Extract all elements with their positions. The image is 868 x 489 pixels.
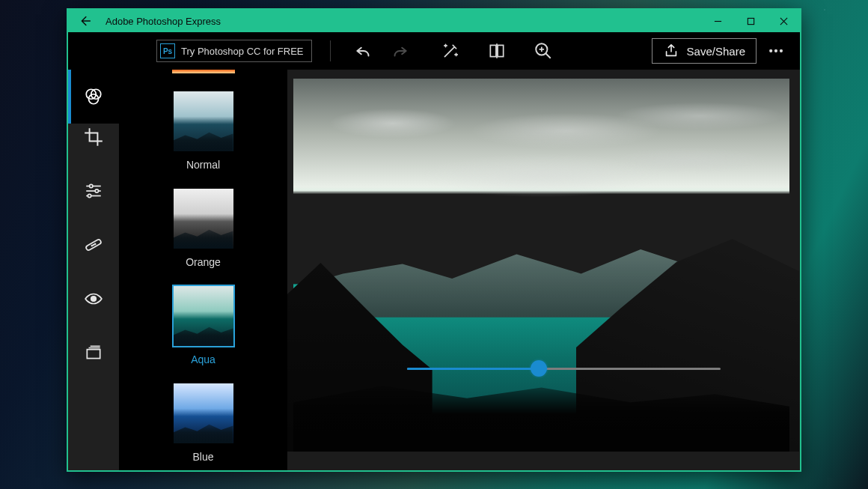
more-button[interactable]: ••• [762, 45, 791, 57]
photoshop-badge-icon: Ps [160, 43, 175, 58]
crop-icon [84, 127, 103, 147]
promo-button[interactable]: Ps Try Photoshop CC for FREE [156, 40, 312, 62]
magic-wand-icon [441, 41, 460, 61]
filter-thumb [174, 286, 233, 346]
zoom-in-icon [534, 41, 553, 61]
filter-item-orange[interactable]: Orange [174, 189, 233, 268]
edited-photo[interactable] [293, 79, 789, 452]
close-button[interactable] [767, 10, 800, 32]
filter-label: Aqua [174, 353, 233, 365]
close-icon [780, 17, 788, 25]
undo-button[interactable] [346, 32, 382, 70]
svg-point-19 [91, 245, 93, 246]
filter-item-normal[interactable]: Normal [174, 91, 233, 171]
filter-label: Blue [174, 451, 233, 463]
svg-rect-23 [87, 350, 100, 359]
intensity-slider[interactable] [407, 357, 721, 380]
redo-button[interactable] [382, 32, 418, 70]
svg-rect-1 [748, 18, 754, 24]
svg-point-13 [90, 184, 93, 187]
frames-icon [84, 343, 103, 362]
compare-icon [487, 41, 507, 61]
tool-rail [68, 70, 119, 470]
eye-icon [84, 289, 103, 309]
filter-label: Normal [174, 159, 233, 171]
ellipsis-icon: ••• [769, 45, 785, 57]
filter-panel: Normal Orange Aqua Blue [119, 70, 287, 470]
app-window: Adobe Photoshop Express Ps Try Photoshop… [67, 8, 801, 472]
svg-rect-2 [490, 45, 496, 56]
undo-icon [354, 41, 373, 61]
sliders-icon [84, 181, 103, 201]
svg-point-22 [91, 297, 97, 302]
tool-frames[interactable] [68, 339, 119, 366]
save-share-label: Save/Share [687, 45, 745, 58]
zoom-button[interactable] [525, 32, 561, 70]
filter-thumb [174, 91, 233, 151]
filter-item-aqua[interactable]: Aqua [174, 286, 233, 365]
save-share-button[interactable]: Save/Share [652, 38, 757, 64]
title-bar: Adobe Photoshop Express [68, 10, 800, 32]
tool-crop[interactable] [68, 124, 119, 151]
svg-point-20 [94, 243, 96, 245]
maximize-icon [747, 17, 755, 25]
active-tool-indicator [68, 70, 71, 124]
filter-thumb [174, 189, 233, 249]
filter-item-blue[interactable]: Blue [174, 383, 233, 463]
filter-thumb-partial[interactable] [172, 70, 235, 73]
toolbar-separator [330, 40, 331, 61]
slider-thumb[interactable] [531, 360, 547, 377]
tool-looks[interactable] [68, 70, 119, 124]
compare-button[interactable] [479, 32, 515, 70]
tool-heal[interactable] [68, 231, 119, 258]
slider-track [407, 368, 721, 370]
share-icon [663, 43, 679, 59]
svg-rect-3 [498, 45, 504, 56]
looks-icon [84, 87, 103, 106]
app-title: Adobe Photoshop Express [101, 16, 221, 27]
svg-line-6 [545, 53, 551, 58]
redo-icon [390, 41, 409, 61]
back-button[interactable] [68, 10, 101, 32]
main-body: Normal Orange Aqua Blue [68, 70, 800, 470]
back-arrow-icon [76, 13, 93, 29]
filter-label: Orange [174, 256, 233, 268]
tool-redeye[interactable] [68, 285, 119, 312]
auto-enhance-button[interactable] [433, 32, 468, 70]
minimize-button[interactable] [701, 10, 734, 32]
canvas-area [287, 70, 800, 470]
top-toolbar: Ps Try Photoshop CC for FREE [68, 32, 800, 70]
svg-point-17 [88, 194, 91, 197]
svg-point-15 [95, 189, 98, 192]
svg-point-21 [93, 244, 94, 246]
minimize-icon [714, 17, 722, 25]
promo-label: Try Photoshop CC for FREE [181, 46, 304, 57]
tool-adjust[interactable] [68, 177, 119, 204]
filter-thumb [174, 383, 233, 443]
bandage-icon [84, 235, 103, 255]
slider-fill [407, 368, 539, 370]
maximize-button[interactable] [734, 10, 767, 32]
